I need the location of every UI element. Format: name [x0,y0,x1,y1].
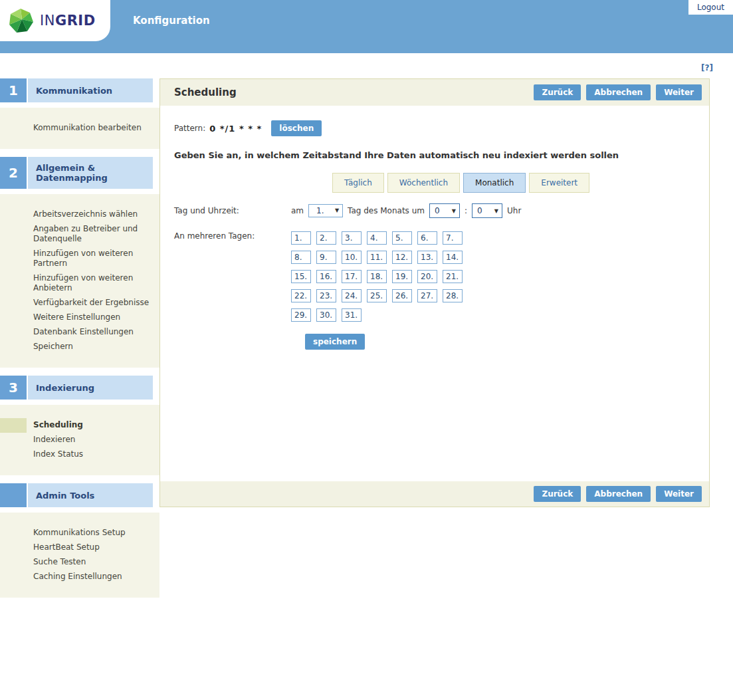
pattern-value: 0 */1 * * * [209,124,262,134]
sidebar-item-hinzufugen-von-weiteren-partnern[interactable]: Hinzufügen von weiteren Partnern [0,247,159,271]
day-toggle-2[interactable]: 2. [316,231,336,245]
day-toggle-12[interactable]: 12. [392,251,412,264]
sidebar-item-label: Angaben zu Betreiber und Datenquelle [33,224,138,243]
day-toggle-23[interactable]: 23. [316,289,336,302]
sidebar-item-index-status[interactable]: Index Status [0,447,159,462]
section-number-badge [0,483,27,507]
sidebar-item-label: Suche Testen [33,557,86,566]
day-toggle-20[interactable]: 20. [417,270,437,283]
sidebar-item-kommunikations-setup[interactable]: Kommunikations Setup [0,526,159,540]
sidebar-item-label: Index Status [33,449,83,459]
cancel-button-top[interactable]: Abbrechen [586,84,651,100]
hour-select[interactable]: 0 [430,204,452,217]
day-toggle-30[interactable]: 30. [316,308,336,322]
sidebar-section-admin-tools: Admin Tools [0,483,159,507]
minute-select-wrap: 0 ▼ [472,203,502,218]
help-link[interactable]: [?] [701,63,713,72]
day-toggle-24[interactable]: 24. [342,289,362,302]
section-title: Admin Tools [28,483,153,507]
sidebar-item-heartbeat-setup[interactable]: HeartBeat Setup [0,540,159,555]
section-title: Allgemein & Datenmapping [28,157,153,189]
next-button-top[interactable]: Weiter [656,84,702,100]
sidebar-item-indexieren[interactable]: Indexieren [0,433,159,447]
sidebar-item-label: Scheduling [33,420,83,429]
sidebar-item-label: Kommunikations Setup [33,528,126,537]
day-toggle-8[interactable]: 8. [291,251,311,264]
sidebar-item-label: Weitere Einstellungen [33,312,120,322]
dropdown-arrow-icon: ▼ [494,208,502,214]
tab-monthly[interactable]: Monatlich [463,173,526,193]
day-toggle-3[interactable]: 3. [342,231,362,245]
sidebar-item-arbeitsverzeichnis-wahlen[interactable]: Arbeitsverzeichnis wählen [0,207,159,222]
section-number-badge: 2 [0,157,27,189]
tab-advanced[interactable]: Erweitert [529,173,589,193]
dropdown-arrow-icon: ▼ [335,205,342,217]
section-items: SchedulingIndexierenIndex Status [0,405,159,475]
day-toggle-13[interactable]: 13. [417,251,437,264]
day-toggle-21[interactable]: 21. [443,270,463,283]
back-button-top[interactable]: Zurück [534,84,581,100]
day-time-controls: am 1. ▼ Tag des Monats um 0 ▼ : [291,203,521,218]
uhr-text: Uhr [507,206,521,215]
hour-select-wrap: 0 ▼ [429,203,460,218]
sidebar-item-label: Indexieren [33,435,75,444]
day-toggle-15[interactable]: 15. [291,270,311,283]
cancel-button-bottom[interactable]: Abbrechen [586,486,651,502]
sidebar-item-label: Datenbank Einstellungen [33,327,134,336]
colon-text: : [465,206,467,215]
day-toggle-19[interactable]: 19. [392,270,412,283]
sidebar-item-weitere-einstellungen[interactable]: Weitere Einstellungen [0,310,159,325]
multi-days-row: An mehreren Tagen: 1.2.3.4.5.6.7.8.9.10.… [160,229,709,322]
day-toggle-28[interactable]: 28. [443,289,463,302]
pattern-label: Pattern: [174,124,205,133]
sidebar-item-caching-einstellungen[interactable]: Caching Einstellungen [0,570,159,584]
day-toggle-5[interactable]: 5. [392,231,412,245]
day-toggle-25[interactable]: 25. [367,289,387,302]
day-toggle-7[interactable]: 7. [443,231,463,245]
day-toggle-10[interactable]: 10. [342,251,362,264]
tab-weekly[interactable]: Wöchentlich [387,173,460,193]
sidebar-item-scheduling[interactable]: Scheduling [0,418,159,433]
brand-text: INGRID [40,13,96,29]
day-toggle-29[interactable]: 29. [291,308,311,322]
tab-daily[interactable]: Täglich [332,173,384,193]
day-toggle-18[interactable]: 18. [367,270,387,283]
sidebar-item-kommunikation-bearbeiten[interactable]: Kommunikation bearbeiten [0,121,159,136]
dropdown-arrow-icon: ▼ [452,208,459,214]
sidebar-section-kommunikation: 1Kommunikation [0,78,159,102]
delete-pattern-button[interactable]: löschen [271,120,322,136]
day-toggle-17[interactable]: 17. [342,270,362,283]
panel-header: Scheduling ZurückAbbrechenWeiter [160,79,709,106]
day-toggle-31[interactable]: 31. [342,308,362,322]
section-items: Arbeitsverzeichnis wählenAngaben zu Betr… [0,194,159,368]
day-of-month-select-wrap: 1. ▼ [308,204,343,217]
day-toggle-26[interactable]: 26. [392,289,412,302]
sidebar-item-verfugbarkeit-der-ergebnisse[interactable]: Verfügbarkeit der Ergebnisse [0,296,159,310]
day-toggle-1[interactable]: 1. [291,231,311,245]
day-toggle-14[interactable]: 14. [443,251,463,264]
back-button-bottom[interactable]: Zurück [534,486,581,502]
ingrid-logo[interactable]: INGRID [0,0,110,41]
sidebar-item-suche-testen[interactable]: Suche Testen [0,555,159,570]
sidebar-item-label: Caching Einstellungen [33,572,122,581]
day-toggle-9[interactable]: 9. [316,251,336,264]
save-button[interactable]: speichern [305,334,365,350]
sidebar-item-label: Speichern [33,342,73,351]
day-toggle-6[interactable]: 6. [417,231,437,245]
brand-prefix: IN [40,13,55,29]
sidebar-item-datenbank-einstellungen[interactable]: Datenbank Einstellungen [0,325,159,340]
sidebar-item-angaben-zu-betreiber-und-datenquelle[interactable]: Angaben zu Betreiber und Datenquelle [0,222,159,247]
logout-button[interactable]: Logout [688,0,733,15]
day-toggle-27[interactable]: 27. [417,289,437,302]
day-toggle-4[interactable]: 4. [367,231,387,245]
am-text: am [291,206,304,215]
day-toggle-11[interactable]: 11. [367,251,387,264]
sidebar-item-speichern[interactable]: Speichern [0,340,159,354]
sidebar-item-hinzufugen-von-weiteren-anbietern[interactable]: Hinzufügen von weiteren Anbietern [0,271,159,296]
next-button-bottom[interactable]: Weiter [656,486,702,502]
minute-select[interactable]: 0 [472,204,494,217]
day-toggle-16[interactable]: 16. [316,270,336,283]
day-of-month-select[interactable]: 1. [312,204,335,217]
ingrid-gem-icon [7,7,34,34]
day-toggle-22[interactable]: 22. [291,289,311,302]
